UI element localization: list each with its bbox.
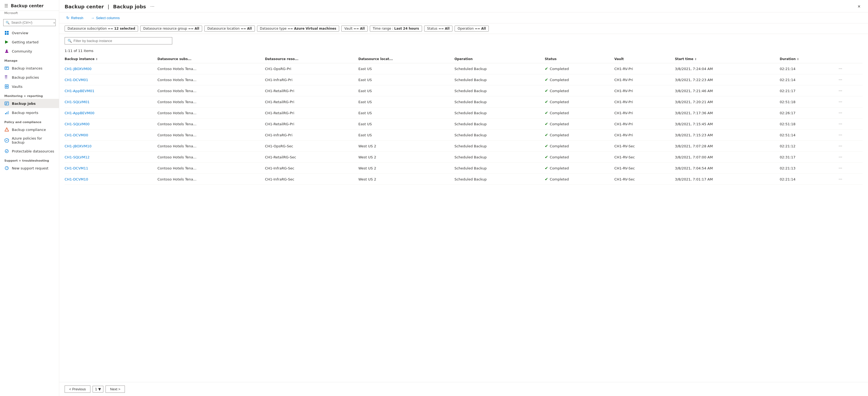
refresh-button[interactable]: ↻ Refresh (65, 15, 85, 21)
svg-rect-7 (5, 76, 7, 77)
filter-chip-datasource-subscription[interactable]: Datasource subscription == 12 selected (65, 26, 138, 31)
cell-status: ✔Completed (545, 118, 614, 130)
sidebar-item-protectable[interactable]: Protectable datasources (0, 146, 59, 156)
sidebar-item-overview[interactable]: Overview (0, 28, 59, 37)
th-duration[interactable]: Duration↕ (780, 55, 837, 63)
row-menu-button[interactable]: ··· (837, 176, 844, 182)
cell-vault: CH1-RV-Sec (614, 141, 675, 152)
cell-operation: Scheduled Backup (454, 63, 545, 74)
select-columns-button[interactable]: → Select columns (89, 15, 121, 21)
sidebar-item-backup-reports[interactable]: Backup reports (0, 108, 59, 117)
cell-datasource-locat: East US (358, 74, 454, 85)
sidebar-item-community[interactable]: Community (0, 47, 59, 56)
more-icon[interactable]: ··· (151, 4, 154, 9)
status-text: Completed (550, 155, 569, 159)
sidebar-item-backup-policies[interactable]: Backup policies (0, 73, 59, 82)
filter-chip-datasource-type[interactable]: Datasource type == Azure Virtual machine… (257, 26, 339, 31)
svg-rect-16 (8, 111, 9, 114)
filter-chip-datasource-resource-group[interactable]: Datasource resource group == All (140, 26, 202, 31)
cell-duration: 02:21:14 (780, 63, 837, 74)
cell-datasource-locat: West US 2 (358, 152, 454, 163)
backup-jobs-icon (4, 101, 9, 106)
filter-chip-vault[interactable]: Vault == All (341, 26, 368, 31)
svg-rect-14 (5, 113, 6, 114)
cell-operation: Scheduled Backup (454, 163, 545, 174)
sidebar-item-label: Overview (12, 31, 28, 35)
search-filter[interactable]: 🔍 (65, 37, 172, 45)
sidebar-item-label: Backup reports (12, 111, 38, 115)
cell-datasource-reso: CH1-InfraRG-Sec (265, 174, 358, 185)
row-menu-button[interactable]: ··· (837, 66, 844, 72)
col-label: Vault (614, 57, 624, 61)
svg-point-5 (6, 50, 7, 51)
cell-operation: Scheduled Backup (454, 108, 545, 118)
th-backup-instance[interactable]: Backup instance↕ (65, 55, 157, 63)
filter-label: Time range : Last 24 hours (373, 27, 419, 30)
cell-backup-instance: CH1-DCVM00 (65, 130, 157, 141)
row-menu-button[interactable]: ··· (837, 88, 844, 94)
cell-duration: 02:51:14 (780, 130, 837, 141)
previous-button[interactable]: < Previous (65, 386, 90, 393)
cell-datasource-reso: CH1-RetailRG-Sec (265, 152, 358, 163)
sort-icon: ↕ (797, 58, 799, 61)
col-label: Datasource subs... (157, 57, 191, 61)
cell-actions: ··· (837, 85, 863, 96)
row-menu-button[interactable]: ··· (837, 154, 844, 160)
row-menu-button[interactable]: ··· (837, 99, 844, 105)
col-label: Operation (454, 57, 473, 61)
status-text: Completed (550, 100, 569, 104)
status-completed-icon: ✔ (545, 100, 548, 104)
filter-chip-status[interactable]: Status == All (424, 26, 453, 31)
cell-datasource-subs: Contoso Hotels Tena... (157, 163, 265, 174)
cell-status: ✔Completed (545, 130, 614, 141)
filter-label: Status == All (427, 27, 450, 30)
search-filter-icon: 🔍 (67, 39, 72, 43)
cell-datasource-locat: East US (358, 85, 454, 96)
page-select[interactable]: 1 ▼ (93, 386, 103, 393)
sidebar-item-backup-instances[interactable]: Backup instances (0, 63, 59, 73)
sidebar-item-backup-compliance[interactable]: !Backup compliance (0, 125, 59, 134)
table-row: CH1-JBOXVM00Contoso Hotels Tena...CH1-Op… (65, 63, 863, 74)
cell-actions: ··· (837, 152, 863, 163)
sidebar-item-azure-policies[interactable]: Azure policies for backup (0, 134, 59, 146)
th-status: Status (545, 55, 614, 63)
th-datasource-locat: Datasource locat... (358, 55, 454, 63)
status-completed-icon: ✔ (545, 144, 548, 148)
cell-duration: 02:21:14 (780, 74, 837, 85)
filter-chip-time-range[interactable]: Time range : Last 24 hours (370, 26, 422, 31)
select-columns-label: Select columns (96, 16, 120, 20)
cell-datasource-locat: East US (358, 96, 454, 108)
sidebar-item-getting-started[interactable]: Getting started (0, 37, 59, 47)
vaults-icon (4, 84, 9, 89)
row-menu-button[interactable]: ··· (837, 132, 844, 138)
col-label: Start time (675, 57, 693, 61)
filter-value: All (195, 27, 199, 30)
row-menu-button[interactable]: ··· (837, 165, 844, 171)
svg-marker-4 (5, 40, 8, 44)
row-menu-button[interactable]: ··· (837, 143, 844, 149)
th-start-time[interactable]: Start time↕ (675, 55, 780, 63)
sidebar-item-vaults[interactable]: Vaults (0, 82, 59, 91)
filter-label: Datasource location == All (207, 27, 252, 30)
filter-chip-operation[interactable]: Operation == All (455, 26, 489, 31)
row-menu-button[interactable]: ··· (837, 110, 844, 116)
cell-status: ✔Completed (545, 74, 614, 85)
cell-start-time: 3/8/2021, 7:24:04 AM (675, 63, 780, 74)
current-page: 1 (95, 387, 97, 391)
search-input[interactable] (11, 21, 52, 25)
backup-instance-filter-input[interactable] (73, 39, 169, 43)
close-button[interactable]: × (855, 3, 863, 10)
collapse-icon[interactable]: « (53, 21, 55, 25)
cell-backup-instance: CH1-SQLVM12 (65, 152, 157, 163)
next-button[interactable]: Next > (105, 386, 125, 393)
sidebar-item-new-support[interactable]: ?New support request (0, 164, 59, 173)
filter-bar: Datasource subscription == 12 selectedDa… (59, 23, 868, 34)
search-box[interactable]: 🔍 « (3, 19, 56, 26)
cell-actions: ··· (837, 74, 863, 85)
filter-chip-datasource-location[interactable]: Datasource location == All (204, 26, 255, 31)
row-menu-button[interactable]: ··· (837, 121, 844, 127)
sidebar-item-backup-jobs[interactable]: Backup jobs (0, 99, 59, 108)
row-menu-button[interactable]: ··· (837, 77, 844, 83)
col-label: Backup instance (65, 57, 94, 61)
hamburger-icon[interactable]: ☰ (4, 3, 8, 8)
